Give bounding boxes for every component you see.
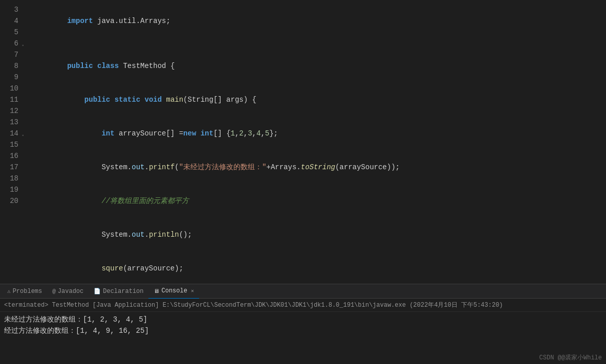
ln-14: 14 bbox=[0, 128, 25, 139]
tab-declaration[interactable]: 📄 Declaration bbox=[89, 284, 148, 299]
ln-4: 4 bbox=[0, 15, 25, 27]
code-line-6: public static void main(String[] args) { bbox=[25, 83, 606, 117]
ln-17: 17 bbox=[0, 162, 25, 173]
line-numbers: 3 4 5 6 7 8 9 10 11 12 13 14 15 16 17 18… bbox=[0, 0, 25, 284]
tab-javadoc[interactable]: @ Javadoc bbox=[47, 284, 89, 299]
console-header: <terminated> TestMethod [Java Applicatio… bbox=[0, 299, 606, 312]
console-line-1: 未经过方法修改的数组：[1, 2, 3, 4, 5] bbox=[4, 314, 602, 325]
ln-10: 10 bbox=[0, 83, 25, 94]
code-line-10: System.out.println(); bbox=[25, 218, 606, 252]
ln-20: 20 bbox=[0, 195, 25, 207]
ln-15: 15 bbox=[0, 139, 25, 150]
ln-7: 7 bbox=[0, 49, 25, 60]
ln-16: 16 bbox=[0, 150, 25, 162]
console-line-2: 经过方法修改的数组：[1, 4, 9, 16, 25] bbox=[4, 325, 602, 336]
console-close-icon: ✕ bbox=[191, 288, 194, 294]
code-content[interactable]: import java.util.Arrays; public class Te… bbox=[25, 0, 606, 284]
ln-18: 18 bbox=[0, 173, 25, 184]
tab-console-label: Console bbox=[161, 287, 187, 294]
tab-problems-label: Problems bbox=[13, 288, 42, 295]
problems-icon: ⚠ bbox=[7, 288, 11, 294]
code-line-4 bbox=[25, 38, 606, 49]
code-line-3: import java.util.Arrays; bbox=[25, 4, 606, 38]
ln-9: 9 bbox=[0, 72, 25, 83]
ln-8: 8 bbox=[0, 60, 25, 72]
ln-5: 5 bbox=[0, 27, 25, 38]
console-output: 未经过方法修改的数组：[1, 2, 3, 4, 5] 经过方法修改的数组：[1,… bbox=[0, 312, 606, 364]
ln-19: 19 bbox=[0, 184, 25, 195]
bottom-panel: ⚠ Problems @ Javadoc 📄 Declaration 🖥 Con… bbox=[0, 284, 606, 364]
code-line-7: int arraySource[] =new int[] {1,2,3,4,5}… bbox=[25, 117, 606, 150]
code-line-9: //将数组里面的元素都平方 bbox=[25, 184, 606, 218]
ln-12: 12 bbox=[0, 105, 25, 117]
declaration-icon: 📄 bbox=[94, 288, 101, 294]
code-line-11: squre(arraySource); bbox=[25, 252, 606, 284]
tabs-bar: ⚠ Problems @ Javadoc 📄 Declaration 🖥 Con… bbox=[0, 284, 606, 299]
watermark: CSDN @@裘家小While bbox=[539, 353, 602, 362]
code-line-8: System.out.printf("未经过方法修改的数组："+Arrays.t… bbox=[25, 150, 606, 184]
ln-13: 13 bbox=[0, 117, 25, 128]
tab-problems[interactable]: ⚠ Problems bbox=[2, 284, 47, 299]
tab-javadoc-label: Javadoc bbox=[58, 288, 83, 295]
ln-6: 6 bbox=[0, 38, 25, 49]
editor-area: 3 4 5 6 7 8 9 10 11 12 13 14 15 16 17 18… bbox=[0, 0, 606, 284]
javadoc-icon: @ bbox=[52, 288, 56, 294]
ln-11: 11 bbox=[0, 94, 25, 105]
tab-console[interactable]: 🖥 Console ✕ bbox=[148, 284, 199, 299]
code-line-5: public class TestMethod { bbox=[25, 49, 606, 83]
tab-declaration-label: Declaration bbox=[103, 288, 143, 295]
ln-3: 3 bbox=[0, 4, 25, 15]
console-icon: 🖥 bbox=[154, 288, 159, 294]
